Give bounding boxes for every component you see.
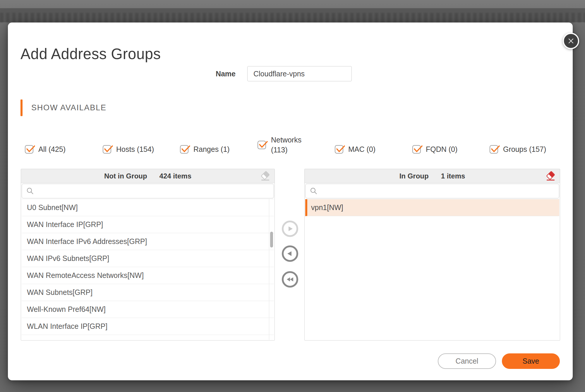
search-input[interactable]: [305, 184, 559, 198]
list-item-label: WAN Interface IPv6 Addresses[GRP]: [27, 237, 147, 246]
search-icon: [310, 187, 318, 195]
list-item[interactable]: WAN Interface IP[GRP]: [22, 216, 274, 233]
list-item[interactable]: U0 Subnet[NW]: [22, 199, 274, 216]
list-item-label: WLAN Interface IP[GRP]: [27, 322, 107, 331]
close-icon: [568, 38, 574, 44]
search-input[interactable]: [22, 184, 274, 198]
checkbox-checked-icon[interactable]: [103, 145, 111, 154]
checkbox-checked-icon[interactable]: [25, 145, 33, 154]
checkbox-checked-icon[interactable]: [258, 141, 266, 149]
filter-checkbox-item[interactable]: MAC (0): [335, 141, 375, 157]
list-item[interactable]: WAN RemoteAccess Networks[NW]: [22, 267, 274, 284]
remove-all-from-group-button[interactable]: [282, 271, 298, 288]
name-label: Name: [189, 70, 236, 78]
dialog-title: Add Address Groups: [20, 46, 161, 62]
list-item-label: WAN IPv6 Subnets[GRP]: [27, 254, 109, 263]
clear-group-button[interactable]: [545, 170, 556, 182]
list-item-label: WAN Subnets[GRP]: [27, 288, 92, 297]
filter-label: MAC (0): [348, 145, 375, 154]
close-button[interactable]: [563, 33, 579, 49]
list-item[interactable]: WLAN Interface IP[GRP]: [22, 318, 274, 335]
background-blurred-tabs: [0, 13, 585, 22]
panel-title: In Group: [399, 172, 429, 180]
check-icon: [25, 145, 36, 154]
check-icon: [413, 145, 424, 154]
list-item-label: WAN Interface IP[GRP]: [27, 220, 103, 229]
list-item-label: Well-Known Pref64[NW]: [27, 305, 106, 314]
list-item[interactable]: Well-Known Pref64[NW]: [22, 301, 274, 318]
list-item-label: U0 Subnet[NW]: [27, 203, 78, 212]
list-item[interactable]: WAN Subnets[GRP]: [22, 284, 274, 301]
panel-item-count: 1 items: [441, 172, 465, 180]
filter-label: Groups (157): [503, 145, 546, 154]
checkbox-checked-icon[interactable]: [180, 145, 188, 154]
list-item-label: vpn1[NW]: [311, 203, 343, 212]
list-item-label: WAN RemoteAccess Networks[NW]: [27, 271, 144, 280]
checkbox-checked-icon[interactable]: [412, 145, 421, 154]
filter-label: Hosts (154): [116, 145, 154, 154]
remove-from-group-button[interactable]: [282, 245, 298, 262]
move-to-group-button[interactable]: [282, 221, 298, 237]
eraser-red-icon: [546, 171, 555, 180]
check-icon: [490, 145, 501, 154]
list-item[interactable]: vpn1[NW]: [305, 199, 559, 216]
eraser-icon: [260, 171, 270, 180]
accent-bar: [20, 99, 23, 116]
filter-label: All (425): [38, 145, 66, 154]
checkbox-checked-icon[interactable]: [490, 145, 498, 154]
in-group-search: [305, 184, 559, 198]
check-icon: [258, 140, 269, 149]
filter-checkbox-item[interactable]: Groups (157): [490, 141, 546, 157]
filter-label: Ranges (1): [193, 145, 230, 154]
eraser-underline: [547, 180, 555, 180]
scrollbar-thumb[interactable]: [270, 232, 273, 247]
not-in-group-list: U0 Subnet[NW] WAN Interface IP[GRP] WAN …: [22, 199, 274, 340]
eraser-underline: [261, 180, 269, 180]
name-input[interactable]: [247, 66, 352, 81]
in-group-panel: In Group 1 items vpn1[NW]: [304, 169, 560, 341]
arrow-left-icon: [287, 250, 294, 257]
section-label: SHOW AVAILABLE: [31, 103, 107, 112]
panel-item-count: 424 items: [159, 172, 191, 180]
panel-title: Not in Group: [104, 172, 147, 180]
filter-checkbox-item[interactable]: Networks (113): [258, 131, 305, 158]
check-icon: [335, 145, 346, 154]
list-item[interactable]: WAN Interface IPv6 Addresses[GRP]: [22, 233, 274, 250]
arrow-right-icon: [287, 225, 294, 232]
show-available-section-header: SHOW AVAILABLE: [20, 99, 107, 116]
add-address-groups-dialog: Add Address Groups Name SHOW AVAILABLE A…: [8, 23, 573, 380]
check-icon: [103, 145, 114, 154]
filter-checkbox-item[interactable]: FQDN (0): [412, 141, 457, 157]
checkbox-checked-icon[interactable]: [335, 145, 343, 154]
clear-selection-button[interactable]: [259, 170, 271, 182]
in-group-list: vpn1[NW]: [305, 199, 559, 340]
double-arrow-left-icon: [286, 276, 294, 283]
filter-checkbox-item[interactable]: All (425): [25, 141, 66, 157]
not-in-group-header: Not in Group 424 items: [21, 169, 275, 183]
search-icon: [26, 187, 34, 195]
cancel-button[interactable]: Cancel: [438, 353, 496, 369]
save-button[interactable]: Save: [502, 353, 560, 369]
not-in-group-search: [22, 184, 274, 198]
filter-label: Networks (113): [271, 135, 305, 155]
in-group-header: In Group 1 items: [305, 169, 560, 183]
list-item[interactable]: WAN IPv6 Subnets[GRP]: [22, 250, 274, 267]
filter-checkbox-item[interactable]: Ranges (1): [180, 141, 230, 157]
check-icon: [181, 145, 191, 154]
filter-checkbox-item[interactable]: Hosts (154): [103, 141, 154, 157]
not-in-group-panel: Not in Group 424 items U0 Subnet[NW] WAN…: [21, 169, 275, 341]
filter-label: FQDN (0): [426, 145, 457, 154]
